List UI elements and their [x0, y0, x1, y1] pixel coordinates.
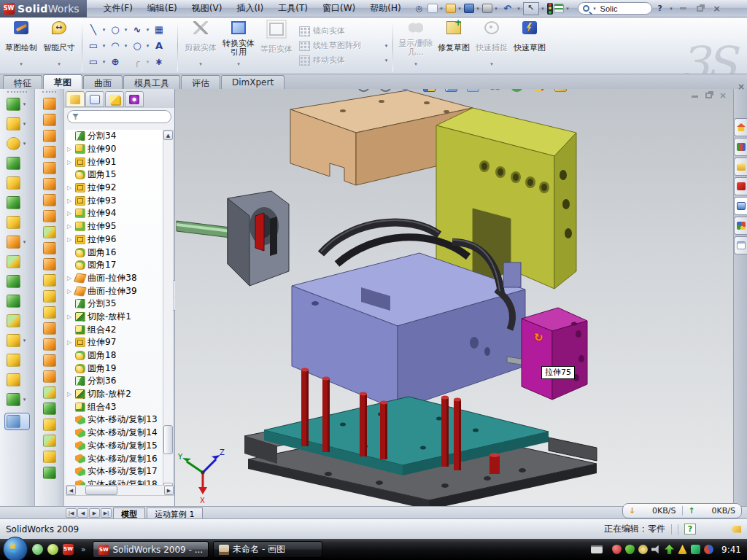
task-pane-tab[interactable] [734, 217, 747, 235]
document-tab[interactable]: 运动算例 1 [147, 508, 203, 518]
feature-tree-item[interactable]: ▷ 曲面-拉伸39 [66, 284, 163, 298]
toolbar-button[interactable] [43, 338, 56, 351]
toolbar-button[interactable] [43, 114, 56, 126]
undo-icon[interactable]: ↶ [500, 2, 515, 15]
feature-tree-item[interactable]: ▷ 分割36 [66, 375, 163, 388]
sketch-entity-button[interactable]: ∗ ▾ [152, 54, 173, 70]
taskbar-window-button[interactable]: SW SolidWorks 2009 - ... [93, 541, 209, 558]
tray-icon[interactable] [625, 545, 635, 554]
menu-item[interactable]: 视图(V) [185, 0, 229, 17]
ribbon-tab[interactable]: 曲面 [83, 75, 123, 89]
sketch-entity-button[interactable]: ◠ ▾ [109, 38, 129, 54]
feature-tree-item[interactable]: ▷ 圆角19 [66, 362, 163, 375]
minimize-button[interactable] [676, 3, 692, 15]
print-icon[interactable] [482, 4, 492, 13]
toolbar-button[interactable]: ▾ [7, 236, 28, 249]
feature-tree-item[interactable]: ▷ 实体-移动/复制17 [66, 465, 163, 478]
feature-tree-item[interactable]: ▷ 拉伸90 [66, 143, 163, 156]
quick-launch-icon[interactable] [32, 544, 43, 555]
feature-tree-item[interactable]: ▷ 分割34 [66, 130, 163, 143]
select-tool-icon[interactable]: ↖ [523, 2, 539, 15]
expand-arrow-icon[interactable]: ▷ [67, 198, 73, 204]
sketch-entity-button[interactable]: ▦ ▾ [152, 22, 173, 38]
task-pane-tab[interactable] [734, 118, 747, 136]
expand-arrow-icon[interactable]: ▷ [67, 184, 73, 191]
feature-tree-item[interactable]: ▷ 拉伸95 [66, 220, 163, 233]
ribbon-tab[interactable]: 模具工具 [123, 75, 180, 89]
help-icon[interactable]: ? [653, 2, 667, 15]
quick-launch-icon[interactable] [47, 544, 58, 555]
toolbar-button[interactable] [43, 130, 56, 142]
feature-tree-item[interactable]: ▷ 拉伸97 [66, 336, 163, 349]
options-list-icon[interactable] [554, 4, 564, 13]
graphics-area[interactable]: Y Z X × ▾ ▾ [175, 89, 734, 506]
save-icon[interactable] [464, 4, 474, 13]
expand-arrow-icon[interactable]: ▷ [67, 391, 73, 397]
menu-item[interactable]: 插入(I) [230, 0, 270, 17]
toolbar-button[interactable] [43, 146, 56, 158]
sketch-entity-button[interactable]: ○ ▾ [131, 38, 151, 54]
command-button[interactable]: 等距实体 ▾ [258, 19, 295, 72]
start-button[interactable] [3, 537, 28, 560]
search-box[interactable]: ▾ [578, 2, 652, 15]
tree-filter-input[interactable] [67, 110, 171, 123]
tab-nav-button[interactable]: ◀ [77, 508, 88, 518]
menu-item[interactable]: 帮助(H) [363, 0, 407, 17]
toolbar-button[interactable]: ▾ [7, 275, 28, 288]
ribbon-tab[interactable]: 特征 [3, 75, 42, 89]
horizontal-scrollbar[interactable]: ◀ ▶ [66, 485, 174, 496]
tray-icon[interactable] [691, 545, 700, 554]
toolbar-button[interactable] [43, 178, 56, 190]
menu-item[interactable]: 工具(T) [271, 0, 314, 17]
view-tool-button[interactable]: ▾ [467, 89, 487, 92]
command-button[interactable]: 显示/删除几... ▾ [397, 19, 435, 72]
toolbar-button[interactable]: ▾ [7, 196, 28, 209]
toolbar-button[interactable] [43, 274, 56, 287]
sketch-entity-button[interactable]: ○ ▾ [109, 22, 129, 38]
toolbar-button[interactable] [43, 98, 56, 110]
command-button[interactable]: 移动实体 ▾ [299, 54, 390, 67]
expand-arrow-icon[interactable]: ▷ [67, 159, 73, 166]
tray-icon[interactable] [612, 545, 622, 554]
toolbar-button[interactable] [43, 258, 56, 271]
tray-icon[interactable] [678, 545, 687, 554]
toolbar-button[interactable]: ▾ [7, 255, 28, 268]
toolbar-button[interactable] [43, 210, 56, 222]
quick-launch-more-icon[interactable]: » [81, 545, 85, 553]
toolbar-button[interactable]: ▾ [7, 117, 28, 131]
view-tool-button[interactable]: ▾ [357, 89, 377, 92]
vertical-scrollbar[interactable]: ▲ ▼ [163, 130, 174, 493]
menu-item[interactable]: 编辑(E) [141, 0, 184, 17]
expand-arrow-icon[interactable]: ▷ [67, 146, 73, 152]
panel-tab[interactable] [125, 91, 144, 107]
command-button[interactable]: 线性草图阵列 ▾ [299, 39, 390, 52]
command-button[interactable]: 快速草图 ▾ [511, 19, 549, 72]
quick-launch-icon[interactable]: SW [63, 544, 74, 555]
feature-tree-item[interactable]: ▷ 拉伸93 [66, 194, 163, 207]
feature-tree-item[interactable]: ▷ 实体-移动/复制15 [66, 440, 163, 453]
task-pane-tab[interactable] [734, 197, 747, 215]
toolbar-button[interactable]: ▾ [7, 295, 28, 308]
taskbar-window-button[interactable]: 未命名 - 画图 [213, 541, 322, 558]
scrollbar-thumb[interactable] [85, 486, 117, 495]
sketch-entity-button[interactable]: A ▾ [152, 38, 173, 54]
part-shaft-clamp[interactable] [177, 191, 289, 286]
feature-tree-item[interactable]: ▷ 圆角16 [66, 246, 163, 259]
doc-close-button[interactable]: × [719, 90, 727, 101]
toolbar-button[interactable] [43, 451, 56, 463]
toolbar-button[interactable] [43, 242, 56, 254]
tag-icon[interactable] [731, 526, 741, 533]
feature-tree-item[interactable]: ▷ 拉伸96 [66, 233, 163, 246]
command-button[interactable]: 转换实体引用 ▾ [220, 19, 258, 72]
feature-tree-item[interactable]: ▷ 拉伸91 [66, 155, 163, 168]
toolbar-button[interactable] [43, 194, 56, 206]
command-button[interactable]: 快速捕捉 ▾ [473, 19, 511, 72]
toolbar-button[interactable] [43, 290, 56, 303]
view-tool-button[interactable]: ▾ [533, 89, 552, 92]
expand-arrow-icon[interactable]: ▷ [67, 314, 73, 320]
ribbon-tab[interactable]: DimXpert [221, 75, 285, 89]
toolbar-button[interactable]: ▾ [7, 314, 28, 327]
pin-icon[interactable]: ◎ [412, 2, 427, 15]
view-tool-button[interactable]: ▾ [511, 89, 530, 92]
view-tool-button[interactable]: ▾ [445, 89, 465, 92]
